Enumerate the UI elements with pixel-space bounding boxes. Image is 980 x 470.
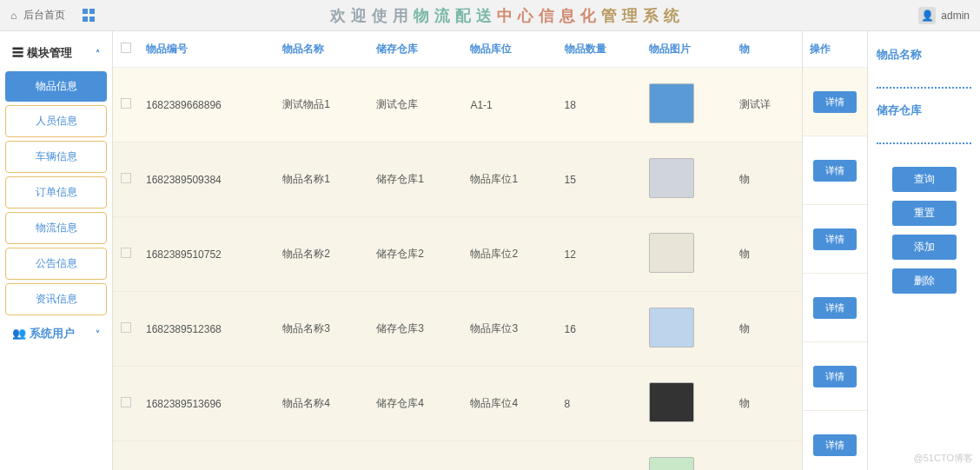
cell-img bbox=[642, 367, 732, 441]
cell-loc: 物品库位1 bbox=[463, 142, 557, 217]
action-cell: 详情 bbox=[803, 136, 867, 205]
sidebar-item-3[interactable]: 订单信息 bbox=[5, 176, 107, 209]
row-checkbox[interactable] bbox=[121, 248, 131, 258]
row-checkbox[interactable] bbox=[121, 98, 131, 109]
cell-qty: 8 bbox=[558, 367, 643, 441]
cell-img bbox=[642, 142, 732, 217]
nav-group-module-label: 模块管理 bbox=[27, 46, 72, 59]
cell-qty: 12 bbox=[558, 217, 643, 292]
cell-name: 物品名称1 bbox=[275, 142, 369, 217]
cell-id: 1682389510752 bbox=[139, 217, 275, 292]
filter-warehouse-input[interactable] bbox=[877, 127, 971, 144]
cell-loc: 物品库位3 bbox=[463, 292, 557, 367]
cell-extra: 物 bbox=[732, 142, 802, 217]
col-header: 物 bbox=[732, 31, 802, 68]
filter-warehouse-label: 储存仓库 bbox=[877, 103, 971, 118]
sidebar-item-1[interactable]: 人员信息 bbox=[5, 105, 107, 137]
table-row: 1682389514880物品名称5储存仓库5物品库位510物 bbox=[113, 441, 802, 471]
user-name: admin bbox=[941, 10, 970, 22]
avatar-icon: 👤 bbox=[918, 7, 936, 24]
cell-loc: A1-1 bbox=[463, 68, 557, 142]
nav-group-user[interactable]: 👥 系统用户 ˅ bbox=[0, 319, 112, 348]
sidebar-item-0[interactable]: 物品信息 bbox=[5, 71, 107, 102]
cell-img bbox=[642, 68, 732, 142]
sidebar-item-4[interactable]: 物流信息 bbox=[5, 212, 107, 244]
cell-id: 1682389513696 bbox=[139, 367, 275, 441]
cell-wh: 储存仓库4 bbox=[369, 367, 463, 441]
topbar: ⌂ 后台首页 欢迎使用物流配送中心信息化管理系统 👤 admin bbox=[0, 0, 980, 31]
filter-name-input[interactable] bbox=[877, 71, 971, 89]
row-checkbox[interactable] bbox=[121, 173, 131, 183]
grid-icon[interactable] bbox=[83, 9, 96, 23]
cell-wh: 储存仓库3 bbox=[369, 292, 463, 367]
home-icon: ⌂ bbox=[10, 10, 17, 22]
cell-img bbox=[642, 217, 732, 292]
table-row: 1682389512368物品名称3储存仓库3物品库位316物 bbox=[113, 292, 802, 367]
col-header: 物品图片 bbox=[642, 31, 732, 68]
thumbnail-icon bbox=[649, 83, 694, 123]
row-checkbox[interactable] bbox=[121, 322, 131, 333]
cell-qty: 10 bbox=[558, 441, 643, 471]
select-all-checkbox[interactable] bbox=[121, 43, 131, 53]
table-row: 1682389509384物品名称1储存仓库1物品库位115物 bbox=[113, 142, 802, 217]
sidebar-item-2[interactable]: 车辆信息 bbox=[5, 141, 107, 173]
thumbnail-icon bbox=[649, 233, 694, 273]
col-header: 储存仓库 bbox=[369, 31, 463, 68]
search-button[interactable]: 查询 bbox=[892, 167, 957, 192]
cell-qty: 16 bbox=[558, 292, 643, 367]
nav-group-module[interactable]: ☰ 模块管理 ˄ bbox=[0, 38, 112, 68]
cell-wh: 测试仓库 bbox=[369, 68, 463, 142]
cell-name: 物品名称3 bbox=[275, 292, 369, 367]
cell-id: 1682389512368 bbox=[139, 292, 275, 367]
detail-button[interactable]: 详情 bbox=[813, 160, 857, 182]
filter-panel: 物品名称 储存仓库 查询 重置 添加 删除 bbox=[867, 31, 980, 470]
col-header: 物品库位 bbox=[463, 31, 557, 68]
user-menu[interactable]: 👤 admin bbox=[918, 7, 970, 24]
cell-wh: 储存仓库1 bbox=[369, 142, 463, 217]
cell-extra: 物 bbox=[732, 441, 802, 471]
sidebar-item-6[interactable]: 资讯信息 bbox=[5, 283, 107, 315]
cell-id: 1682389514880 bbox=[139, 441, 275, 471]
table-row: 1682389510752物品名称2储存仓库2物品库位212物 bbox=[113, 217, 802, 292]
home-link[interactable]: ⌂ 后台首页 bbox=[10, 8, 65, 23]
row-checkbox[interactable] bbox=[121, 397, 131, 407]
cell-name: 测试物品1 bbox=[275, 68, 369, 142]
action-column: 操作 详情详情详情详情详情详情 bbox=[802, 31, 867, 470]
filter-name-label: 物品名称 bbox=[877, 47, 971, 63]
cell-wh: 储存仓库5 bbox=[369, 441, 463, 471]
cell-extra: 测试详 bbox=[732, 68, 802, 142]
sidebar: ☰ 模块管理 ˄ 物品信息人员信息车辆信息订单信息物流信息公告信息资讯信息 👥 … bbox=[0, 31, 113, 470]
action-cell: 详情 bbox=[803, 411, 867, 470]
detail-button[interactable]: 详情 bbox=[813, 434, 857, 456]
cell-name: 物品名称5 bbox=[275, 441, 369, 471]
action-cell: 详情 bbox=[803, 342, 867, 411]
action-cell: 详情 bbox=[803, 68, 867, 136]
home-text: 后台首页 bbox=[23, 8, 65, 23]
reset-button[interactable]: 重置 bbox=[892, 201, 957, 226]
cell-qty: 15 bbox=[558, 142, 643, 217]
table-area: 物品编号物品名称储存仓库物品库位物品数量物品图片物 1682389668896测… bbox=[113, 31, 802, 470]
chevron-up-icon: ˄ bbox=[96, 49, 100, 58]
cell-loc: 物品库位2 bbox=[463, 217, 557, 292]
add-button[interactable]: 添加 bbox=[892, 235, 957, 260]
detail-button[interactable]: 详情 bbox=[813, 297, 857, 319]
cell-loc: 物品库位5 bbox=[463, 441, 557, 471]
detail-button[interactable]: 详情 bbox=[813, 228, 857, 250]
delete-button[interactable]: 删除 bbox=[892, 268, 957, 294]
thumbnail-icon bbox=[649, 308, 694, 348]
col-header: 物品编号 bbox=[139, 31, 275, 68]
action-cell: 详情 bbox=[803, 274, 867, 342]
action-cell: 详情 bbox=[803, 205, 867, 274]
app-title: 欢迎使用物流配送中心信息化管理系统 bbox=[96, 5, 918, 26]
sidebar-item-5[interactable]: 公告信息 bbox=[5, 248, 107, 280]
items-table: 物品编号物品名称储存仓库物品库位物品数量物品图片物 1682389668896测… bbox=[113, 31, 802, 470]
cell-id: 1682389668896 bbox=[139, 68, 275, 142]
nav-group-user-label: 系统用户 bbox=[30, 327, 75, 340]
detail-button[interactable]: 详情 bbox=[813, 91, 857, 113]
thumbnail-icon bbox=[649, 158, 694, 198]
detail-button[interactable]: 详情 bbox=[813, 366, 857, 387]
cell-img bbox=[642, 441, 732, 471]
watermark: @51CTO博客 bbox=[914, 452, 973, 465]
thumbnail-icon bbox=[649, 457, 694, 470]
thumbnail-icon bbox=[649, 382, 694, 422]
